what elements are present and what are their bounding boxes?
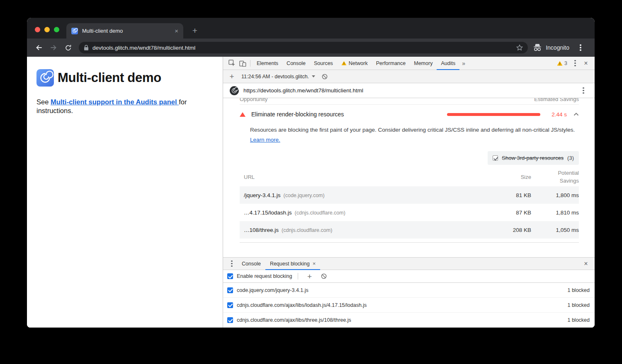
tab-performance[interactable]: Performance xyxy=(372,57,410,70)
kebab-menu-icon xyxy=(231,260,233,267)
kebab-menu-icon xyxy=(583,87,584,94)
drawer-close-button[interactable]: × xyxy=(581,258,591,269)
table-header: URL Size Potential Savings xyxy=(240,167,579,186)
page-title: Multi-client demo xyxy=(58,70,161,85)
clear-audits-button[interactable] xyxy=(319,71,330,82)
tab-sources[interactable]: Sources xyxy=(310,57,337,70)
remove-all-patterns-button[interactable] xyxy=(318,271,329,282)
audit-description: Resources are blocking the first paint o… xyxy=(250,125,576,145)
report-menu-button[interactable] xyxy=(578,85,589,96)
tab-close-icon[interactable]: × xyxy=(175,28,178,34)
bookmark-star-icon[interactable] xyxy=(516,44,523,51)
tab-title: Multi-client demo xyxy=(82,28,170,34)
chevron-up-icon[interactable] xyxy=(573,113,579,116)
tab-elements[interactable]: Elements xyxy=(253,57,282,70)
tab-favicon-icon xyxy=(71,28,78,34)
blocked-count: 1 blocked xyxy=(567,317,590,323)
forward-button[interactable] xyxy=(47,41,60,54)
tab-console[interactable]: Console xyxy=(282,57,310,70)
learn-more-link[interactable]: Learn more. xyxy=(250,137,280,143)
blocked-pattern-row[interactable]: code.jquery.com/jquery-3.4.1.js 1 blocke… xyxy=(223,283,595,298)
enable-request-blocking-label: Enable request blocking xyxy=(237,273,292,279)
zoom-window-button[interactable] xyxy=(54,27,59,32)
browser-window: Multi-client demo × + devtools.glitch.me… xyxy=(27,18,595,328)
resources-table: URL Size Potential Savings /jquery-3.4.1… xyxy=(240,167,579,239)
audits-run-bar: + 11:24:56 AM - devtools.glitch. xyxy=(223,70,595,83)
warnings-counter[interactable]: 3 xyxy=(554,60,570,66)
warning-icon xyxy=(557,61,563,66)
reload-button[interactable] xyxy=(62,41,74,54)
audit-run-selector[interactable]: 11:24:56 AM - devtools.glitch. xyxy=(239,74,318,80)
blocked-pattern-row[interactable]: cdnjs.cloudflare.com/ajax/libs/lodash.js… xyxy=(223,298,595,313)
tab-network[interactable]: Network xyxy=(337,57,372,70)
close-tab-icon[interactable]: × xyxy=(313,260,316,267)
fail-triangle-icon xyxy=(240,112,245,117)
devtools-menu-button[interactable] xyxy=(570,58,581,69)
section-divider xyxy=(240,242,579,243)
lighthouse-report: Opportunity Estimated Savings Eliminate … xyxy=(223,98,595,257)
devtools-drawer: Console Request blocking × × Enable requ… xyxy=(223,257,595,328)
pattern-checkbox[interactable] xyxy=(227,287,233,293)
drawer-tab-console[interactable]: Console xyxy=(237,258,265,270)
new-tab-button[interactable]: + xyxy=(190,25,200,36)
device-toolbar-button[interactable] xyxy=(237,58,248,69)
incognito-icon xyxy=(533,43,542,52)
table-row[interactable]: /jquery-3.4.1.js(code.jquery.com) 81 KB … xyxy=(240,186,579,204)
incognito-badge: Incognito xyxy=(533,43,569,52)
blocked-count: 1 blocked xyxy=(567,302,590,308)
page-logo-icon xyxy=(36,69,54,87)
more-tabs-button[interactable]: » xyxy=(459,60,468,67)
audits-panel-link[interactable]: Multi-client support in the Audits panel xyxy=(51,98,179,106)
drawer-tabbar: Console Request blocking × × xyxy=(223,258,595,270)
pattern-checkbox[interactable] xyxy=(227,302,233,308)
pattern-checkbox[interactable] xyxy=(227,317,233,323)
kebab-menu-icon xyxy=(574,60,576,67)
back-button[interactable] xyxy=(33,41,45,54)
show-3rd-party-toggle[interactable]: Show 3rd-party resources (3) xyxy=(488,151,579,165)
report-url-row: https://devtools.glitch.me/wndt78/multic… xyxy=(223,83,595,98)
blocked-count: 1 blocked xyxy=(567,287,590,293)
request-blocking-toolbar: Enable request blocking + xyxy=(223,270,595,283)
blocked-pattern-row[interactable]: cdnjs.cloudflare.com/ajax/libs/three.js/… xyxy=(223,313,595,328)
url-text[interactable]: devtools.glitch.me/wndt78/multiclient.ht… xyxy=(92,45,513,51)
devtools-close-button[interactable]: × xyxy=(581,58,591,69)
window-content: Multi-client demo See Multi-client suppo… xyxy=(27,57,595,328)
show-3rd-party-checkbox[interactable] xyxy=(493,155,498,161)
table-row[interactable]: …108/three.js(cdnjs.cloudflare.com) 208 … xyxy=(240,221,579,239)
devtools-toolbar: Elements Console Sources Network Perform… xyxy=(223,57,595,70)
drawer-menu-button[interactable] xyxy=(226,258,237,269)
tab-memory[interactable]: Memory xyxy=(410,57,437,70)
new-audit-button[interactable]: + xyxy=(226,71,237,82)
browser-menu-button[interactable] xyxy=(574,41,587,54)
page-content: Multi-client demo See Multi-client suppo… xyxy=(27,57,223,328)
kebab-menu-icon xyxy=(580,44,581,51)
minimize-window-button[interactable] xyxy=(44,27,50,32)
audit-title: Eliminate render-blocking resources xyxy=(251,111,344,118)
report-url: https://devtools.glitch.me/wndt78/multic… xyxy=(243,87,363,94)
audit-summary-row[interactable]: Eliminate render-blocking resources 2.44… xyxy=(240,106,579,123)
add-pattern-button[interactable]: + xyxy=(304,271,315,282)
traffic-lights xyxy=(35,27,59,32)
warning-icon xyxy=(341,61,347,65)
devtools-panel: Elements Console Sources Network Perform… xyxy=(223,57,595,328)
browser-tab[interactable]: Multi-client demo × xyxy=(66,23,183,39)
tab-audits[interactable]: Audits xyxy=(437,57,459,70)
window-titlebar: Multi-client demo × + xyxy=(27,18,595,39)
audit-savings: 2.44 s xyxy=(545,111,567,118)
incognito-label: Incognito xyxy=(546,44,569,51)
browser-toolbar: devtools.glitch.me/wndt78/multiclient.ht… xyxy=(27,39,595,57)
page-favicon-avatar xyxy=(230,86,239,95)
secure-lock-icon[interactable] xyxy=(84,45,89,51)
chevron-down-icon xyxy=(312,75,315,77)
enable-request-blocking-checkbox[interactable] xyxy=(227,273,233,279)
savings-bar xyxy=(447,113,540,116)
page-intro: See Multi-client support in the Audits p… xyxy=(36,98,207,115)
inspect-element-button[interactable] xyxy=(226,58,237,69)
opportunity-column-headers: Opportunity Estimated Savings xyxy=(240,98,579,105)
address-bar[interactable]: devtools.glitch.me/wndt78/multiclient.ht… xyxy=(79,42,528,53)
close-window-button[interactable] xyxy=(35,27,40,32)
table-row[interactable]: …4.17.15/lodash.js(cdnjs.cloudflare.com)… xyxy=(240,204,579,221)
drawer-tab-request-blocking[interactable]: Request blocking × xyxy=(265,258,321,270)
